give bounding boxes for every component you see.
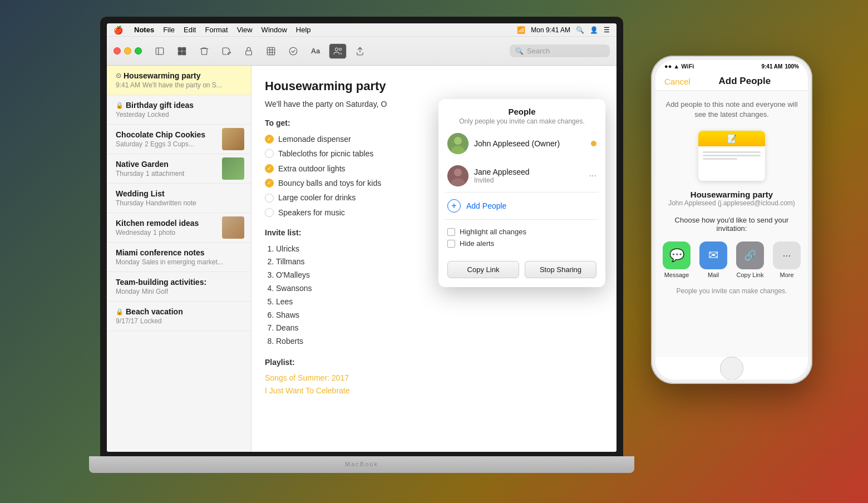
- close-button[interactable]: [114, 47, 121, 55]
- note-line-2: [703, 155, 761, 156]
- home-button[interactable]: [720, 357, 743, 379]
- note-title: Chocolate Chip Cookies: [116, 130, 218, 139]
- copy-link-button[interactable]: Copy Link: [447, 261, 519, 278]
- checkbox-2[interactable]: [265, 149, 274, 158]
- playlist-link-1[interactable]: Songs of Summer: 2017: [265, 372, 603, 384]
- note-item-kitchen[interactable]: Kitchen remodel ideas Wednesday 1 photo: [107, 213, 251, 243]
- jane-avatar-img: [447, 165, 468, 186]
- svg-point-12: [289, 47, 297, 55]
- list-item: Lees: [276, 295, 603, 309]
- list-icon[interactable]: ☰: [604, 26, 610, 34]
- checkbox-6[interactable]: [265, 208, 274, 217]
- share-app-message[interactable]: 💬 Message: [663, 241, 691, 278]
- user-icon[interactable]: 👤: [590, 26, 598, 34]
- share-app-more[interactable]: ··· More: [773, 241, 801, 278]
- people-popover: People Only people you invite can make c…: [438, 99, 605, 287]
- note-editor: Housewarming party We'll have the party …: [251, 66, 617, 452]
- note-meta: Monday Mini Golf: [116, 288, 242, 295]
- table-icon: [266, 46, 276, 56]
- svg-point-14: [339, 48, 342, 50]
- minimize-button[interactable]: [124, 47, 131, 55]
- john-avatar: [447, 133, 468, 154]
- playlist-link-2[interactable]: I Just Want To Celebrate: [265, 384, 603, 397]
- highlight-changes-option[interactable]: Highlight all changes: [447, 228, 596, 236]
- stop-sharing-button[interactable]: Stop Sharing: [525, 261, 596, 278]
- popover-subtitle: Only people you invite can make changes.: [447, 117, 596, 125]
- note-title: Native Garden: [116, 160, 218, 169]
- checkbox-1[interactable]: ✓: [265, 135, 274, 144]
- note-item-housewarming[interactable]: ⊙ Housewarming party 9:41 AM We'll have …: [107, 66, 251, 95]
- note-item-cookies[interactable]: Chocolate Chip Cookies Saturday 2 Eggs 3…: [107, 125, 251, 154]
- app-name[interactable]: Notes: [134, 26, 154, 34]
- jane-info: Jane Appleseed Invited: [474, 167, 584, 184]
- popover-title: People: [447, 107, 596, 116]
- iphone-nav: Cancel Add People: [655, 72, 808, 91]
- format-text-icon: Aa: [311, 47, 320, 55]
- menu-format[interactable]: Format: [205, 26, 228, 34]
- note-item-miami[interactable]: Miami conference notes Monday Sales in e…: [107, 243, 251, 272]
- menu-help[interactable]: Help: [296, 26, 311, 34]
- svg-point-16: [454, 137, 462, 145]
- clock: Mon 9:41 AM: [531, 26, 570, 34]
- maximize-button[interactable]: [135, 47, 142, 55]
- highlight-label: Highlight all changes: [460, 228, 526, 236]
- add-people-circle-icon: +: [447, 199, 461, 213]
- share-app-link[interactable]: 🔗 Copy Link: [736, 241, 764, 278]
- sidebar-icon: [155, 46, 165, 56]
- note-title: Wedding List: [116, 189, 242, 198]
- note-meta: Yesterday Locked: [116, 111, 242, 119]
- lock-button[interactable]: [240, 43, 258, 59]
- iphone-cancel-button[interactable]: Cancel: [664, 77, 691, 86]
- hide-alerts-checkbox[interactable]: [447, 240, 455, 248]
- list-item: Roberts: [276, 335, 603, 348]
- popover-options: Highlight all changes Hide alerts: [438, 220, 605, 255]
- wifi-icon: 📶: [517, 26, 525, 34]
- menu-window[interactable]: Window: [262, 26, 287, 34]
- collaboration-button[interactable]: [329, 43, 347, 59]
- note-item-beach[interactable]: 🔒 Beach vacation 9/17/17 Locked: [107, 302, 251, 331]
- checkbox-5[interactable]: [265, 194, 274, 203]
- compose-icon: [221, 46, 231, 56]
- search-field[interactable]: 🔍: [510, 45, 610, 57]
- note-title: Miami conference notes: [116, 248, 242, 257]
- people-icon: [333, 47, 342, 56]
- note-meta: 9/17/17 Locked: [116, 317, 242, 325]
- note-item-team[interactable]: Team-building activities: Monday Mini Go…: [107, 272, 251, 302]
- iphone-note-info: Housewarming party John Appleseed (j.app…: [668, 190, 795, 207]
- notes-sidebar: ⊙ Housewarming party 9:41 AM We'll have …: [107, 66, 251, 452]
- format-button[interactable]: Aa: [307, 43, 324, 59]
- note-item-birthday[interactable]: 🔒 Birthday gift ideas Yesterday Locked: [107, 95, 251, 125]
- menu-file[interactable]: File: [163, 26, 175, 34]
- delete-button[interactable]: [195, 43, 213, 59]
- sidebar-toggle-button[interactable]: [151, 43, 169, 59]
- grid-view-button[interactable]: [173, 43, 191, 59]
- menu-view[interactable]: View: [237, 26, 253, 34]
- note-editor-title: Housewarming party: [265, 79, 603, 93]
- svg-point-19: [454, 169, 462, 176]
- share-app-mail[interactable]: ✉ Mail: [699, 241, 727, 278]
- share-button[interactable]: [351, 43, 369, 59]
- menu-edit[interactable]: Edit: [184, 26, 196, 34]
- notes-app-window: Aa 🔍: [107, 37, 617, 452]
- hide-alerts-option[interactable]: Hide alerts: [447, 239, 596, 248]
- more-options-icon[interactable]: ···: [589, 171, 596, 181]
- note-item-garden[interactable]: Native Garden Thursday 1 attachment: [107, 154, 251, 184]
- add-people-button[interactable]: + Add People: [438, 193, 605, 219]
- search-menu-icon[interactable]: 🔍: [576, 26, 584, 34]
- checkbox-3[interactable]: ✓: [265, 164, 274, 173]
- note-thumbnail-garden: [222, 157, 244, 180]
- note-item-wedding[interactable]: Wedding List Thursday Handwritten note: [107, 184, 251, 213]
- checkmark-button[interactable]: [284, 43, 302, 59]
- note-line-1: [703, 151, 761, 153]
- highlight-checkbox[interactable]: [447, 228, 455, 236]
- iphone-note-lines: [698, 146, 765, 181]
- new-note-button[interactable]: [218, 43, 235, 59]
- apple-menu-icon[interactable]: 🍎: [114, 26, 123, 34]
- list-item: Shaws: [276, 309, 603, 322]
- search-input[interactable]: [527, 47, 604, 55]
- checkmark-icon: [288, 46, 298, 56]
- iphone-note-author: John Appleseed (j.appleseed@icloud.com): [668, 199, 795, 207]
- checkbox-4[interactable]: ✓: [265, 179, 274, 188]
- iphone-description: Add people to this note and everyone wil…: [664, 100, 799, 120]
- table-button[interactable]: [262, 43, 280, 59]
